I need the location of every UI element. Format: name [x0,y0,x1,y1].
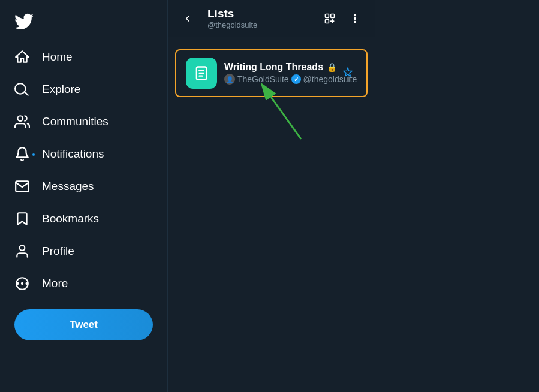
sidebar-label-communities: Communities [42,115,109,128]
list-info: Writing Long Threads 🔒 👤 TheGoldSuite ✓ … [224,62,357,85]
page-subtitle: @thegoldsuite [207,20,320,29]
home-icon [14,49,30,65]
messages-icon [14,179,30,194]
sidebar: Home Explore Communities Notifications M… [0,0,168,392]
avatar: 👤 [224,74,235,85]
explore-icon [14,82,30,97]
tweet-button[interactable]: Tweet [14,309,153,340]
sidebar-label-more: More [42,277,68,290]
svg-rect-6 [326,14,329,17]
svg-line-20 [271,97,301,139]
list-icon-wrapper [186,58,217,89]
lists-body: Writing Long Threads 🔒 👤 TheGoldSuite ✓ … [168,37,375,109]
sidebar-item-notifications[interactable]: Notifications [7,138,160,170]
main-panel: Lists @thegoldsuite [168,0,375,392]
sidebar-label-messages: Messages [42,180,94,193]
right-panel [375,0,539,392]
sidebar-item-messages[interactable]: Messages [7,170,160,203]
add-list-button[interactable] [320,8,340,29]
pin-icon [341,67,354,80]
sidebar-item-more[interactable]: More [7,267,160,300]
profile-icon [14,243,30,259]
header-actions [320,8,365,29]
lock-icon: 🔒 [327,62,337,72]
more-dots-icon [349,13,361,25]
notifications-icon [14,146,30,162]
list-document-icon [193,65,210,82]
svg-rect-7 [331,14,335,17]
sidebar-label-explore: Explore [42,83,80,96]
verified-badge: ✓ [291,74,301,84]
svg-point-0 [17,116,23,121]
header-title-block: Lists @thegoldsuite [207,7,320,29]
sidebar-label-profile: Profile [42,245,74,258]
owner-name: TheGoldSuite [237,74,289,84]
notification-badge [31,152,36,157]
sidebar-item-home[interactable]: Home [7,41,160,73]
pin-button[interactable] [338,63,358,83]
svg-point-1 [20,245,25,251]
twitter-bird-icon [14,12,34,31]
list-owner: 👤 TheGoldSuite ✓ @thegoldsuite [224,74,357,85]
lists-header: Lists @thegoldsuite [168,0,375,37]
sidebar-item-communities[interactable]: Communities [7,105,160,138]
back-arrow-icon [182,13,193,24]
list-name: Writing Long Threads 🔒 [224,62,357,73]
sidebar-item-profile[interactable]: Profile [7,235,160,267]
sidebar-item-explore[interactable]: Explore [7,73,160,105]
bookmarks-icon [14,211,30,227]
more-options-button[interactable] [345,8,365,29]
add-list-icon [324,13,336,25]
sidebar-label-notifications: Notifications [42,147,104,161]
sidebar-label-home: Home [42,50,73,64]
more-icon [14,276,30,291]
svg-point-3 [26,283,28,284]
svg-point-4 [17,283,18,284]
svg-rect-8 [326,19,329,23]
twitter-logo[interactable] [7,5,160,38]
communities-icon [14,114,30,129]
sidebar-item-bookmarks[interactable]: Bookmarks [7,203,160,235]
list-item-container: Writing Long Threads 🔒 👤 TheGoldSuite ✓ … [175,49,368,97]
svg-point-2 [22,283,23,284]
back-button[interactable] [177,8,198,29]
page-title: Lists [207,7,320,20]
sidebar-label-bookmarks: Bookmarks [42,212,99,225]
